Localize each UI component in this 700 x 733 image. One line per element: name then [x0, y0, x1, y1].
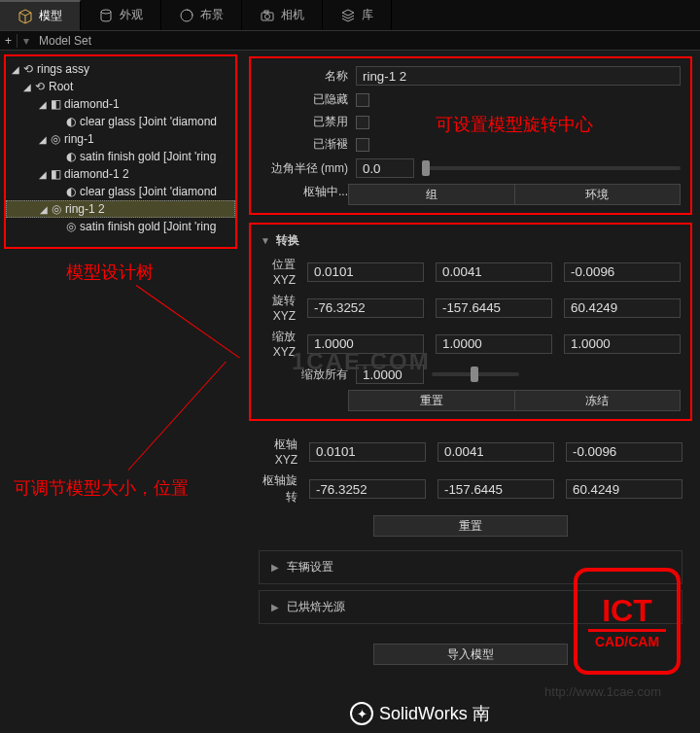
chevron-down-icon[interactable]: ▾ [18, 34, 35, 48]
scale-label: 缩放 XYZ [261, 329, 296, 359]
chevron-right-icon: ▶ [271, 562, 279, 573]
palette-icon [179, 8, 194, 23]
round-input[interactable] [356, 158, 414, 178]
logo-subtext: CAD/CAM [588, 629, 666, 649]
pivot-rot-z-input[interactable] [566, 479, 682, 499]
collapse-icon[interactable]: ◢ [37, 134, 49, 145]
tab-label: 外观 [120, 7, 143, 23]
name-label: 名称 [261, 68, 348, 85]
pivot-xyz-label: 枢轴 XYZ [259, 436, 298, 467]
chevron-down-icon[interactable]: ▼ [261, 235, 270, 246]
hidden-checkbox[interactable] [356, 93, 369, 107]
material-icon: ◐ [64, 115, 78, 128]
pivot-rot-x-input[interactable] [309, 479, 426, 499]
disabled-label: 已禁用 [261, 114, 348, 130]
tree-node-clearglass1[interactable]: ◐clear glass [Joint 'diamond [6, 113, 235, 130]
link-icon: ⟲ [33, 80, 47, 93]
disabled-checkbox[interactable] [356, 116, 369, 129]
model-tree: ◢⟲rings assy ◢⟲Root ◢◧diamond-1 ◐clear g… [4, 54, 237, 249]
tree-node-clearglass2[interactable]: ◐clear glass [Joint 'diamond [6, 183, 235, 200]
rot-x-input[interactable] [307, 298, 424, 318]
pivot-rot-y-input[interactable] [438, 479, 554, 499]
hidden-label: 已隐藏 [261, 91, 348, 108]
tab-label: 相机 [281, 7, 304, 23]
camera-icon [260, 8, 275, 23]
scale-all-input[interactable] [356, 365, 424, 384]
tree-node-ring12[interactable]: ◢◎ring-1 2 [6, 200, 235, 218]
pos-z-input[interactable] [564, 262, 681, 282]
import-model-button[interactable]: 导入模型 [373, 644, 568, 665]
tab-appearance[interactable]: 外观 [81, 0, 161, 30]
collapse-icon[interactable]: ◢ [37, 99, 49, 110]
chevron-right-icon: ▶ [271, 602, 279, 612]
scl-x-input[interactable] [307, 334, 424, 354]
group-button[interactable]: 组 [348, 184, 515, 205]
pivot-y-input[interactable] [438, 442, 554, 462]
tree-node-assy[interactable]: ◢⟲rings assy [6, 60, 235, 78]
tree-node-diamond12[interactable]: ◢◧diamond-1 2 [6, 165, 235, 183]
annotation-tree: 模型设计树 [66, 261, 154, 284]
baked-label: 已烘焙光源 [287, 599, 345, 615]
tree-node-ring1[interactable]: ◢◎ring-1 [6, 130, 235, 148]
pivot-reset-button[interactable]: 重置 [373, 515, 568, 537]
tab-label: 库 [362, 7, 373, 23]
fade-label: 已渐褪 [261, 136, 348, 153]
annotation-rotation-center: 可设置模型旋转中心 [436, 113, 593, 136]
position-label: 位置 XYZ [261, 257, 296, 287]
transform-header: 转换 [276, 232, 299, 249]
tree-node-diamond1[interactable]: ◢◧diamond-1 [6, 95, 235, 113]
tab-library[interactable]: 库 [323, 0, 392, 30]
material-icon: ◐ [64, 150, 78, 163]
ict-logo: ICT CAD/CAM [574, 568, 681, 675]
scale-all-label: 缩放所有 [261, 366, 348, 383]
pos-x-input[interactable] [307, 262, 424, 282]
name-input[interactable] [356, 66, 681, 86]
collapse-icon[interactable]: ◢ [10, 64, 21, 75]
env-button[interactable]: 环境 [515, 184, 682, 205]
tab-scene[interactable]: 布景 [161, 0, 242, 30]
collapse-icon[interactable]: ◢ [37, 169, 49, 180]
tab-label: 布景 [200, 7, 224, 23]
material-icon: ◐ [64, 185, 78, 198]
part-icon: ◧ [49, 167, 62, 181]
svg-point-0 [101, 10, 111, 14]
round-label: 边角半径 (mm) [261, 160, 348, 177]
scl-y-input[interactable] [436, 334, 552, 354]
transform-section: ▼转换 位置 XYZ 旋转 XYZ 缩放 XYZ 缩放所有 重置冻结 [249, 223, 692, 421]
model-set-label[interactable]: Model Set [35, 34, 91, 48]
pivot-z-input[interactable] [566, 442, 682, 462]
reset-button[interactable]: 重置 [348, 390, 515, 411]
model-set-bar: + ▾ Model Set [0, 31, 700, 51]
add-model-set-button[interactable]: + [0, 34, 18, 48]
tree-node-gold1[interactable]: ◐satin finish gold [Joint 'ring [6, 148, 235, 165]
vehicle-label: 车辆设置 [287, 559, 333, 576]
top-tabs: 模型 外观 布景 相机 库 [0, 0, 700, 31]
footer: ✦ SolidWorks 南 [350, 702, 490, 725]
link-icon: ⟲ [21, 62, 35, 76]
pos-y-input[interactable] [436, 262, 552, 282]
scl-z-input[interactable] [564, 334, 681, 354]
eye-icon: ◎ [49, 132, 62, 146]
freeze-button[interactable]: 冻结 [515, 390, 682, 411]
rotation-label: 旋转 XYZ [261, 293, 296, 323]
part-icon: ◧ [49, 97, 62, 111]
logo-text: ICT [602, 593, 652, 629]
fade-checkbox[interactable] [356, 138, 369, 152]
scale-all-slider[interactable] [432, 372, 519, 376]
svg-rect-4 [264, 11, 268, 13]
tree-node-root[interactable]: ◢⟲Root [6, 78, 235, 95]
tab-model[interactable]: 模型 [0, 0, 81, 30]
rot-y-input[interactable] [436, 298, 552, 318]
pivot-x-input[interactable] [309, 442, 426, 462]
round-slider[interactable] [422, 166, 681, 170]
database-icon [98, 8, 114, 23]
tab-label: 模型 [39, 8, 62, 24]
rot-z-input[interactable] [564, 298, 681, 318]
collapse-icon[interactable]: ◢ [21, 82, 33, 92]
stack-icon [340, 8, 356, 23]
tab-camera[interactable]: 相机 [242, 0, 323, 30]
collapse-icon[interactable]: ◢ [38, 204, 50, 215]
cube-icon [18, 9, 33, 24]
tree-node-gold2[interactable]: ◎satin finish gold [Joint 'ring [6, 218, 235, 235]
pivot-section: 枢轴 XYZ 枢轴旋转 重置 [249, 429, 692, 544]
